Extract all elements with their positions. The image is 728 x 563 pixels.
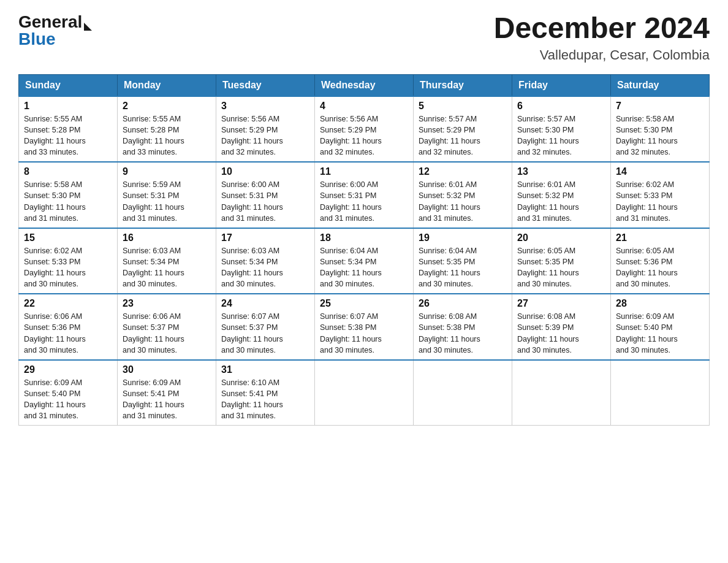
- day-info: Sunrise: 6:00 AMSunset: 5:31 PMDaylight:…: [320, 180, 382, 222]
- calendar-cell: 9 Sunrise: 5:59 AMSunset: 5:31 PMDayligh…: [118, 162, 216, 228]
- calendar-cell: 2 Sunrise: 5:55 AMSunset: 5:28 PMDayligh…: [118, 96, 216, 163]
- calendar-cell: 31 Sunrise: 6:10 AMSunset: 5:41 PMDaylig…: [216, 360, 315, 426]
- day-info: Sunrise: 6:02 AMSunset: 5:33 PMDaylight:…: [616, 180, 678, 222]
- calendar-header-saturday: Saturday: [611, 74, 710, 96]
- calendar-cell: [611, 360, 710, 426]
- month-title: December 2024: [494, 12, 710, 45]
- day-number: 10: [221, 166, 309, 177]
- day-info: Sunrise: 6:09 AMSunset: 5:40 PMDaylight:…: [616, 312, 678, 354]
- day-number: 30: [123, 364, 211, 375]
- day-info: Sunrise: 5:55 AMSunset: 5:28 PMDaylight:…: [123, 115, 184, 156]
- logo-blue-text: Blue: [18, 29, 92, 49]
- day-number: 3: [221, 101, 309, 112]
- calendar-cell: 3 Sunrise: 5:56 AMSunset: 5:29 PMDayligh…: [216, 96, 315, 163]
- calendar-cell: 5 Sunrise: 5:57 AMSunset: 5:29 PMDayligh…: [414, 96, 512, 163]
- day-number: 28: [616, 298, 704, 309]
- calendar-cell: 29 Sunrise: 6:09 AMSunset: 5:40 PMDaylig…: [19, 360, 118, 426]
- day-number: 12: [419, 166, 507, 177]
- calendar-cell: 6 Sunrise: 5:57 AMSunset: 5:30 PMDayligh…: [512, 96, 611, 163]
- calendar-cell: 24 Sunrise: 6:07 AMSunset: 5:37 PMDaylig…: [216, 294, 315, 360]
- day-info: Sunrise: 6:02 AMSunset: 5:33 PMDaylight:…: [24, 247, 86, 288]
- calendar-cell: 12 Sunrise: 6:01 AMSunset: 5:32 PMDaylig…: [414, 162, 512, 228]
- calendar-cell: 19 Sunrise: 6:04 AMSunset: 5:35 PMDaylig…: [414, 228, 512, 294]
- day-info: Sunrise: 6:06 AMSunset: 5:37 PMDaylight:…: [123, 312, 184, 354]
- calendar-cell: 30 Sunrise: 6:09 AMSunset: 5:41 PMDaylig…: [118, 360, 216, 426]
- title-block: December 2024 Valledupar, Cesar, Colombi…: [494, 12, 710, 63]
- day-info: Sunrise: 5:58 AMSunset: 5:30 PMDaylight:…: [24, 180, 86, 222]
- calendar-cell: 7 Sunrise: 5:58 AMSunset: 5:30 PMDayligh…: [611, 96, 710, 163]
- day-number: 7: [616, 101, 704, 112]
- calendar-header-row: SundayMondayTuesdayWednesdayThursdayFrid…: [19, 74, 710, 96]
- day-number: 13: [517, 166, 605, 177]
- calendar-cell: 13 Sunrise: 6:01 AMSunset: 5:32 PMDaylig…: [512, 162, 611, 228]
- day-info: Sunrise: 6:04 AMSunset: 5:35 PMDaylight:…: [419, 247, 480, 288]
- day-number: 8: [24, 166, 112, 177]
- calendar-cell: 25 Sunrise: 6:07 AMSunset: 5:38 PMDaylig…: [315, 294, 414, 360]
- day-number: 20: [517, 232, 605, 243]
- calendar-cell: [414, 360, 512, 426]
- calendar-header-wednesday: Wednesday: [315, 74, 414, 96]
- day-info: Sunrise: 5:55 AMSunset: 5:28 PMDaylight:…: [24, 115, 86, 156]
- day-number: 18: [320, 232, 408, 243]
- day-info: Sunrise: 6:08 AMSunset: 5:39 PMDaylight:…: [517, 312, 579, 354]
- calendar-cell: 27 Sunrise: 6:08 AMSunset: 5:39 PMDaylig…: [512, 294, 611, 360]
- day-number: 27: [517, 298, 605, 309]
- calendar-week-row-1: 1 Sunrise: 5:55 AMSunset: 5:28 PMDayligh…: [19, 96, 710, 163]
- day-info: Sunrise: 6:07 AMSunset: 5:38 PMDaylight:…: [320, 312, 382, 354]
- calendar-week-row-5: 29 Sunrise: 6:09 AMSunset: 5:40 PMDaylig…: [19, 360, 710, 426]
- logo-block: General Blue: [18, 12, 92, 49]
- day-number: 25: [320, 298, 408, 309]
- calendar-cell: 14 Sunrise: 6:02 AMSunset: 5:33 PMDaylig…: [611, 162, 710, 228]
- calendar-header-thursday: Thursday: [414, 74, 512, 96]
- day-info: Sunrise: 6:09 AMSunset: 5:40 PMDaylight:…: [24, 378, 86, 420]
- day-number: 26: [419, 298, 507, 309]
- day-number: 11: [320, 166, 408, 177]
- day-number: 15: [24, 232, 112, 243]
- day-number: 4: [320, 101, 408, 112]
- day-info: Sunrise: 5:59 AMSunset: 5:31 PMDaylight:…: [123, 180, 184, 222]
- day-number: 9: [123, 166, 211, 177]
- calendar-cell: 18 Sunrise: 6:04 AMSunset: 5:34 PMDaylig…: [315, 228, 414, 294]
- day-number: 16: [123, 232, 211, 243]
- calendar-cell: 28 Sunrise: 6:09 AMSunset: 5:40 PMDaylig…: [611, 294, 710, 360]
- day-number: 17: [221, 232, 309, 243]
- day-info: Sunrise: 6:08 AMSunset: 5:38 PMDaylight:…: [419, 312, 480, 354]
- calendar-cell: [315, 360, 414, 426]
- day-number: 2: [123, 101, 211, 112]
- calendar-header-monday: Monday: [118, 74, 216, 96]
- day-info: Sunrise: 6:06 AMSunset: 5:36 PMDaylight:…: [24, 312, 86, 354]
- day-number: 29: [24, 364, 112, 375]
- calendar-cell: 21 Sunrise: 6:05 AMSunset: 5:36 PMDaylig…: [611, 228, 710, 294]
- day-info: Sunrise: 6:05 AMSunset: 5:35 PMDaylight:…: [517, 247, 579, 288]
- day-info: Sunrise: 6:04 AMSunset: 5:34 PMDaylight:…: [320, 247, 382, 288]
- day-info: Sunrise: 5:56 AMSunset: 5:29 PMDaylight:…: [320, 115, 382, 156]
- calendar-cell: 22 Sunrise: 6:06 AMSunset: 5:36 PMDaylig…: [19, 294, 118, 360]
- calendar-cell: [512, 360, 611, 426]
- calendar-header-friday: Friday: [512, 74, 611, 96]
- day-info: Sunrise: 6:05 AMSunset: 5:36 PMDaylight:…: [616, 247, 678, 288]
- day-info: Sunrise: 5:56 AMSunset: 5:29 PMDaylight:…: [221, 115, 283, 156]
- day-info: Sunrise: 5:58 AMSunset: 5:30 PMDaylight:…: [616, 115, 678, 156]
- day-number: 24: [221, 298, 309, 309]
- calendar-table: SundayMondayTuesdayWednesdayThursdayFrid…: [18, 74, 710, 426]
- calendar-cell: 1 Sunrise: 5:55 AMSunset: 5:28 PMDayligh…: [19, 96, 118, 163]
- day-number: 21: [616, 232, 704, 243]
- page-header: General Blue December 2024 Valledupar, C…: [18, 12, 710, 63]
- day-number: 1: [24, 101, 112, 112]
- calendar-cell: 15 Sunrise: 6:02 AMSunset: 5:33 PMDaylig…: [19, 228, 118, 294]
- day-info: Sunrise: 5:57 AMSunset: 5:30 PMDaylight:…: [517, 115, 579, 156]
- calendar-cell: 26 Sunrise: 6:08 AMSunset: 5:38 PMDaylig…: [414, 294, 512, 360]
- calendar-header-sunday: Sunday: [19, 74, 118, 96]
- day-info: Sunrise: 6:01 AMSunset: 5:32 PMDaylight:…: [517, 180, 579, 222]
- logo: General Blue: [18, 12, 92, 49]
- day-info: Sunrise: 5:57 AMSunset: 5:29 PMDaylight:…: [419, 115, 480, 156]
- calendar-cell: 8 Sunrise: 5:58 AMSunset: 5:30 PMDayligh…: [19, 162, 118, 228]
- day-info: Sunrise: 6:03 AMSunset: 5:34 PMDaylight:…: [221, 247, 283, 288]
- calendar-week-row-3: 15 Sunrise: 6:02 AMSunset: 5:33 PMDaylig…: [19, 228, 710, 294]
- day-number: 19: [419, 232, 507, 243]
- day-info: Sunrise: 6:10 AMSunset: 5:41 PMDaylight:…: [221, 378, 283, 420]
- calendar-week-row-4: 22 Sunrise: 6:06 AMSunset: 5:36 PMDaylig…: [19, 294, 710, 360]
- day-info: Sunrise: 6:01 AMSunset: 5:32 PMDaylight:…: [419, 180, 480, 222]
- day-number: 31: [221, 364, 309, 375]
- day-number: 23: [123, 298, 211, 309]
